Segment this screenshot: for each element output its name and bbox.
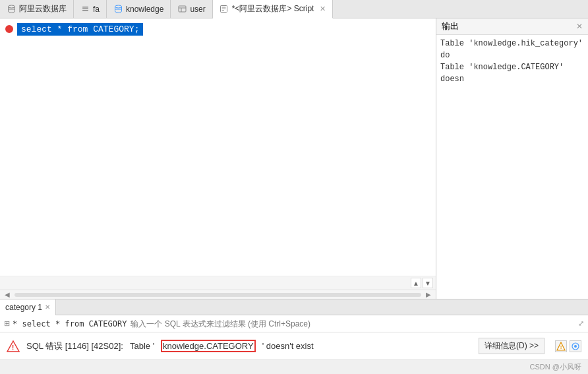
svg-point-19 — [574, 345, 577, 348]
tab-script-label: *<阿里云数据库> Script — [232, 3, 314, 15]
tab-script-close[interactable]: ✕ — [320, 5, 326, 13]
filter-input[interactable] — [131, 319, 578, 328]
result-filter-bar: ⊞ * select * from CATEGORY ⤢ — [0, 315, 588, 332]
tab-alicloud[interactable]: 阿里云数据库 — [0, 0, 74, 18]
svg-point-0 — [8, 5, 15, 8]
svg-text:!: ! — [12, 343, 15, 351]
detail-button[interactable]: 详细信息(D) >> — [479, 338, 544, 354]
editor-pane: select * from CATEGORY; ▲ ▼ ◀ ▶ — [0, 18, 436, 299]
result-tabs: category 1 ✕ — [0, 299, 588, 315]
warning-detail-icon[interactable]: ! — [555, 340, 567, 352]
result-area: category 1 ✕ ⊞ * select * from CATEGORY … — [0, 299, 588, 359]
status-text: CSDN @小风呀 — [530, 362, 581, 372]
tab-alicloud-label: 阿里云数据库 — [19, 3, 67, 15]
output-title: 输出 — [442, 20, 459, 32]
svg-rect-7 — [179, 6, 186, 12]
warning-icon: ! — [7, 340, 20, 353]
output-header: 输出 ✕ — [436, 18, 588, 35]
list-icon — [80, 5, 90, 14]
tab-user[interactable]: user — [171, 0, 212, 18]
detail-button-label: 详细信息(D) >> — [485, 340, 539, 352]
tab-user-label: user — [190, 5, 205, 14]
result-tab-label: category 1 — [5, 303, 42, 312]
output-close-button[interactable]: ✕ — [576, 22, 583, 31]
tab-knowledge-label: knowledge — [126, 5, 163, 14]
editor-scrollbar: ◀ ▶ — [0, 290, 436, 299]
scroll-left[interactable]: ◀ — [3, 290, 12, 299]
tab-knowledge[interactable]: knowledge — [107, 0, 171, 18]
editor-content[interactable]: select * from CATEGORY; — [0, 18, 436, 276]
expand-icon[interactable]: ⤢ — [578, 319, 584, 328]
settings-detail-icon[interactable] — [570, 340, 581, 352]
error-code: SQL 错误 [1146] [42S02]: — [26, 340, 123, 352]
svg-text:!: ! — [560, 344, 562, 350]
nav-down-arrow[interactable]: ▼ — [423, 278, 433, 288]
tab-fa-label: fa — [93, 5, 100, 14]
tab-fa[interactable]: fa — [74, 0, 107, 18]
tab-script[interactable]: *<阿里云数据库> Script ✕ — [213, 0, 334, 18]
output-pane: 输出 ✕ Table 'knowledge.hik_category' do T… — [436, 18, 588, 299]
main-area: select * from CATEGORY; ▲ ▼ ◀ ▶ 输出 ✕ Tab… — [0, 18, 588, 299]
status-bar: CSDN @小风呀 — [0, 359, 588, 374]
output-content: Table 'knowledge.hik_category' do Table … — [436, 35, 588, 299]
error-row: ! SQL 错误 [1146] [42S02]: Table 'knowledg… — [0, 332, 588, 359]
db-icon — [7, 5, 16, 14]
svg-point-5 — [115, 5, 121, 8]
table-icon — [177, 5, 187, 14]
db2-icon — [113, 5, 123, 14]
error-message-after: ' doesn't exist — [262, 341, 314, 351]
filter-sql-prefix: * select * from CATEGORY — [13, 319, 127, 328]
error-highlight: knowledge.CATEGORY — [161, 340, 256, 352]
output-line-1: Table 'knowledge.hik_category' do — [440, 38, 584, 61]
tab-bar: 阿里云数据库 fa knowledge user *<阿里云数据库> Scrip… — [0, 0, 588, 18]
script-icon — [220, 5, 229, 14]
scroll-track[interactable] — [15, 293, 421, 297]
result-tab-close[interactable]: ✕ — [45, 303, 50, 311]
nav-up-arrow[interactable]: ▲ — [411, 278, 421, 288]
detail-icons: ! — [555, 340, 581, 352]
scroll-right[interactable]: ▶ — [424, 290, 433, 299]
nav-arrows: ▲ ▼ — [0, 276, 436, 290]
error-message-before: Table ' — [130, 341, 154, 351]
editor-line-1: select * from CATEGORY; — [0, 22, 436, 36]
output-line-2: Table 'knowledge.CATEGORY' doesn — [440, 61, 584, 85]
result-tab-category[interactable]: category 1 ✕ — [0, 299, 56, 315]
svg-rect-3 — [82, 9, 88, 10]
svg-rect-2 — [82, 7, 88, 8]
svg-rect-4 — [82, 10, 88, 11]
error-indicator — [5, 25, 13, 33]
sql-code: select * from CATEGORY; — [17, 23, 143, 36]
filter-icon: ⊞ — [4, 319, 10, 328]
